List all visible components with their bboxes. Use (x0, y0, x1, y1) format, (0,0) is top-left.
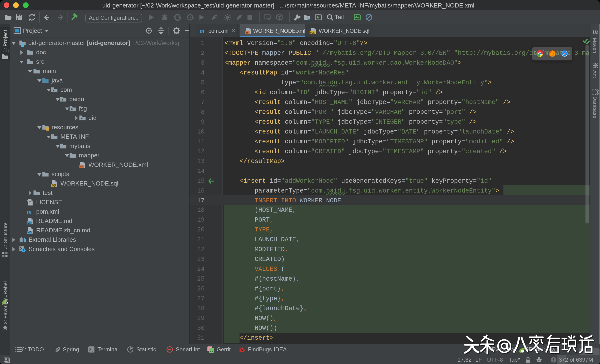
svg-text:MD: MD (28, 231, 32, 234)
svg-text:m: m (199, 27, 204, 34)
svg-text:MD: MD (28, 222, 32, 224)
svg-text:<>: <> (80, 166, 83, 168)
svg-text:<>: <> (245, 31, 248, 34)
svg-text:m: m (27, 209, 32, 215)
svg-text:SQL: SQL (52, 184, 56, 187)
svg-text:SQL: SQL (309, 31, 314, 34)
